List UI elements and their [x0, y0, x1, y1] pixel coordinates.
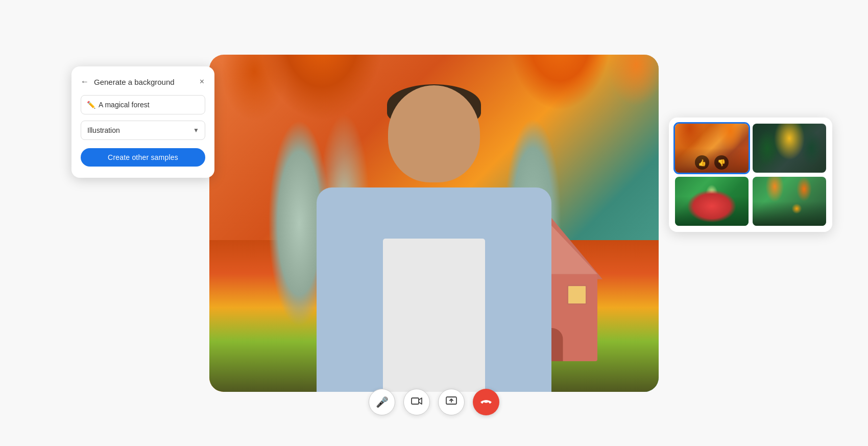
sample-item-3[interactable] [675, 177, 749, 226]
screen-share-icon [446, 396, 457, 408]
end-call-icon [480, 396, 492, 408]
mic-icon: 🎤 [376, 396, 389, 408]
samples-panel: 👍 👎 [669, 118, 832, 232]
thumbs-up-button[interactable]: 👍 [695, 155, 709, 170]
edit-icon: ✏️ [87, 101, 95, 109]
sample-4-overlay [753, 177, 826, 226]
thumbs-down-button[interactable]: 👎 [714, 155, 729, 170]
mic-button[interactable]: 🎤 [369, 389, 395, 415]
samples-grid: 👍 👎 [675, 124, 826, 226]
sample-item-2[interactable] [753, 124, 826, 173]
main-container: ← Generate a background × ✏️ Illustratio… [0, 0, 868, 446]
person-silhouette [311, 75, 557, 392]
generate-background-panel: ← Generate a background × ✏️ Illustratio… [71, 66, 214, 178]
style-dropdown-container: Illustration Photorealistic Abstract Ani… [81, 121, 205, 140]
panel-header-left: ← Generate a background [81, 78, 175, 86]
panel-title: Generate a background [94, 78, 175, 86]
text-input-container: ✏️ [81, 95, 205, 114]
sample-item-4[interactable] [753, 177, 826, 226]
sample-feedback-1: 👍 👎 [675, 155, 749, 170]
person-body [317, 187, 551, 392]
person-video [209, 55, 659, 392]
bottom-controls: 🎤 [369, 389, 499, 415]
camera-icon [411, 396, 422, 408]
panel-header: ← Generate a background × [81, 77, 205, 87]
back-button[interactable]: ← [81, 78, 89, 86]
svg-rect-0 [412, 398, 419, 404]
video-frame [209, 55, 659, 392]
camera-button[interactable] [403, 389, 430, 415]
background-prompt-input[interactable] [81, 95, 205, 114]
create-samples-button[interactable]: Create other samples [81, 148, 205, 167]
sample-item-1[interactable]: 👍 👎 [675, 124, 749, 173]
screen-share-button[interactable] [438, 389, 465, 415]
style-dropdown[interactable]: Illustration Photorealistic Abstract Ani… [81, 121, 205, 140]
person-shirt-inner [383, 239, 485, 392]
sample-2-overlay [753, 124, 826, 173]
sample-3-overlay [675, 177, 749, 226]
end-call-button[interactable] [473, 389, 499, 415]
close-button[interactable]: × [199, 77, 205, 87]
person-head [388, 85, 480, 182]
